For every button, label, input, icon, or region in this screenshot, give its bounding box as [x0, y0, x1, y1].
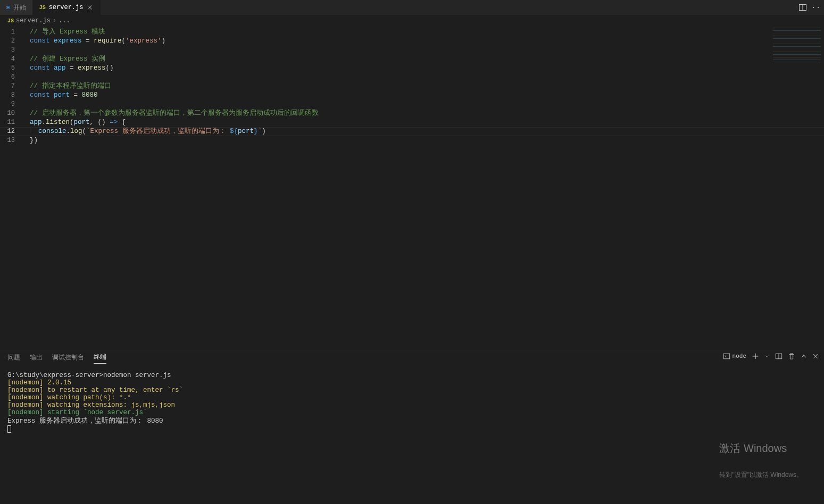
js-icon: JS	[39, 5, 46, 11]
panel-tab-output[interactable]: 输出	[30, 354, 43, 364]
code-line[interactable]	[24, 73, 824, 82]
code-line[interactable]: // 指定本程序监听的端口	[24, 82, 824, 91]
line-number: 5	[0, 64, 24, 73]
terminal-line: [nodemon] watching path(s): *.*	[7, 394, 817, 401]
tab-label: 开始	[13, 3, 26, 12]
svg-rect-2	[723, 354, 729, 359]
code-line[interactable]: const app = express()	[24, 64, 824, 73]
code-line[interactable]	[24, 100, 824, 109]
close-panel-icon[interactable]	[812, 353, 819, 359]
gutter: 12345678910111213	[0, 27, 24, 350]
breadcrumb-file: server.js	[16, 17, 51, 24]
code-line[interactable]: console.log(`Express 服务器启动成功，监听的端口为： ${p…	[24, 127, 824, 136]
code-line[interactable]: const port = 8080	[24, 91, 824, 100]
line-number: 10	[0, 109, 24, 118]
code-line[interactable]: })	[24, 136, 824, 145]
split-terminal-icon[interactable]	[775, 352, 783, 360]
tab-label: server.js	[49, 4, 84, 11]
line-number: 8	[0, 91, 24, 100]
panel-tab-debug[interactable]: 调试控制台	[52, 354, 84, 364]
watermark-title: 激活 Windows	[719, 441, 803, 456]
editor[interactable]: 12345678910111213 // 导入 Express 模块const …	[0, 27, 824, 350]
panel-tab-terminal[interactable]: 终端	[94, 353, 106, 364]
code-line[interactable]	[24, 46, 824, 55]
watermark-subtitle: 转到"设置"以激活 Windows。	[719, 471, 803, 480]
tabs-bar: ⌘ 开始 JS server.js ··	[0, 0, 824, 15]
code-line[interactable]: // 创建 Express 实例	[24, 55, 824, 64]
line-number: 6	[0, 73, 24, 82]
line-number: 9	[0, 100, 24, 109]
more-icon[interactable]: ··	[811, 4, 821, 12]
code-line[interactable]: // 启动服务器，第一个参数为服务器监听的端口，第二个服务器为服务启动成功后的回…	[24, 109, 824, 118]
terminal-shell-name: node	[733, 353, 746, 359]
kill-terminal-icon[interactable]	[788, 352, 795, 360]
breadcrumb[interactable]: JS server.js › ...	[0, 15, 824, 27]
tab-actions: ··	[795, 0, 824, 15]
windows-watermark: 激活 Windows 转到"设置"以激活 Windows。	[719, 426, 803, 494]
line-number: 13	[0, 136, 24, 145]
tab-welcome[interactable]: ⌘ 开始	[0, 0, 33, 15]
terminal-body[interactable]: G:\study\express-server>nodemon server.j…	[0, 366, 824, 504]
terminal-selector[interactable]: node	[723, 352, 746, 360]
terminal-line: [nodemon] starting `node server.js`	[7, 409, 817, 416]
tab-serverjs[interactable]: JS server.js	[33, 0, 101, 15]
line-number: 3	[0, 46, 24, 55]
terminal-line: Express 服务器启动成功，监听的端口为： 8080	[7, 416, 817, 425]
terminal-line: [nodemon] to restart at any time, enter …	[7, 387, 817, 394]
bottom-panel: 问题 输出 调试控制台 终端 node	[0, 350, 824, 504]
vscode-icon: ⌘	[6, 4, 10, 11]
code-line[interactable]: app.listen(port, () => {	[24, 118, 824, 127]
maximize-panel-icon[interactable]	[801, 352, 807, 360]
js-icon: JS	[7, 18, 14, 24]
line-number: 1	[0, 28, 24, 37]
terminal-dropdown-icon[interactable]	[764, 352, 770, 360]
panel-actions: node	[723, 352, 819, 360]
terminal-line: G:\study\express-server>nodemon server.j…	[7, 372, 817, 379]
new-terminal-icon[interactable]	[752, 352, 759, 360]
line-number: 4	[0, 55, 24, 64]
panel-tab-problems[interactable]: 问题	[7, 354, 20, 364]
panel-tabs: 问题 输出 调试控制台 终端 node	[0, 350, 824, 366]
code-line[interactable]: // 导入 Express 模块	[24, 28, 824, 37]
line-number: 2	[0, 37, 24, 46]
terminal-line: [nodemon] watching extensions: js,mjs,js…	[7, 401, 817, 409]
terminal-line: [nodemon] 2.0.15	[7, 379, 817, 387]
code-line[interactable]: const express = require('express')	[24, 37, 824, 46]
code-area[interactable]: // 导入 Express 模块const express = require(…	[24, 27, 824, 350]
breadcrumb-rest: ...	[59, 17, 70, 24]
breadcrumb-sep: ›	[53, 17, 56, 24]
split-editor-icon[interactable]	[798, 3, 807, 12]
close-icon[interactable]	[86, 4, 94, 11]
line-number: 7	[0, 82, 24, 91]
minimap[interactable]	[773, 28, 821, 65]
terminal-cursor	[7, 425, 817, 434]
line-number: 11	[0, 118, 24, 127]
line-number: 12	[0, 127, 24, 136]
